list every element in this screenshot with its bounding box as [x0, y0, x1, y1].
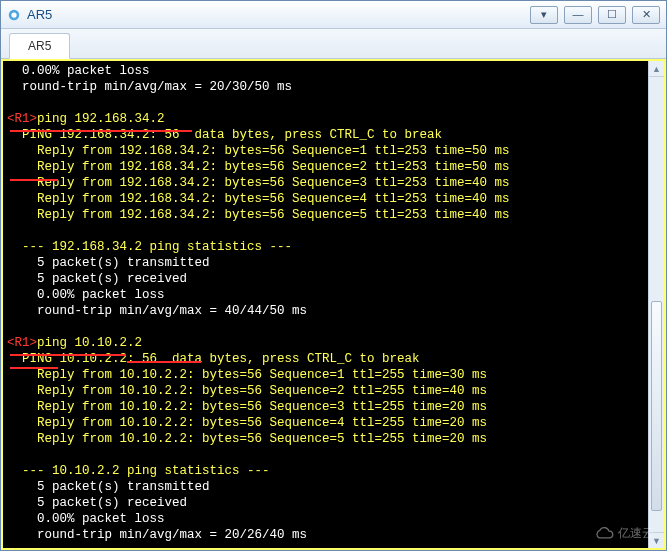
red-annotation-line — [10, 354, 126, 356]
vertical-scrollbar[interactable]: ▲ ▼ — [648, 61, 664, 548]
more-button[interactable]: ▾ — [530, 6, 558, 24]
scroll-up-button[interactable]: ▲ — [649, 61, 664, 77]
watermark-text: 亿速云 — [618, 525, 654, 542]
terminal-panel: 0.00% packet loss round-trip min/avg/max… — [1, 59, 666, 550]
window-title: AR5 — [27, 7, 52, 22]
close-button[interactable]: ✕ — [632, 6, 660, 24]
minimize-button[interactable]: — — [564, 6, 592, 24]
red-annotation-line — [10, 179, 58, 181]
watermark: 亿速云 — [594, 525, 654, 542]
tab-ar5[interactable]: AR5 — [9, 33, 70, 59]
scroll-thumb[interactable] — [651, 301, 662, 511]
titlebar[interactable]: AR5 ▾ — ☐ ✕ — [1, 1, 666, 29]
terminal-output[interactable]: 0.00% packet loss round-trip min/avg/max… — [3, 61, 664, 548]
red-annotation-line — [10, 130, 192, 132]
window-controls: ▾ — ☐ ✕ — [530, 6, 660, 24]
red-annotation-line — [10, 367, 58, 369]
maximize-button[interactable]: ☐ — [598, 6, 626, 24]
app-icon — [7, 8, 21, 22]
app-window: AR5 ▾ — ☐ ✕ AR5 0.00% packet loss round-… — [0, 0, 667, 551]
cloud-icon — [594, 527, 614, 541]
tabstrip: AR5 — [1, 29, 666, 59]
svg-point-1 — [11, 12, 16, 17]
red-annotation-line — [127, 361, 201, 363]
